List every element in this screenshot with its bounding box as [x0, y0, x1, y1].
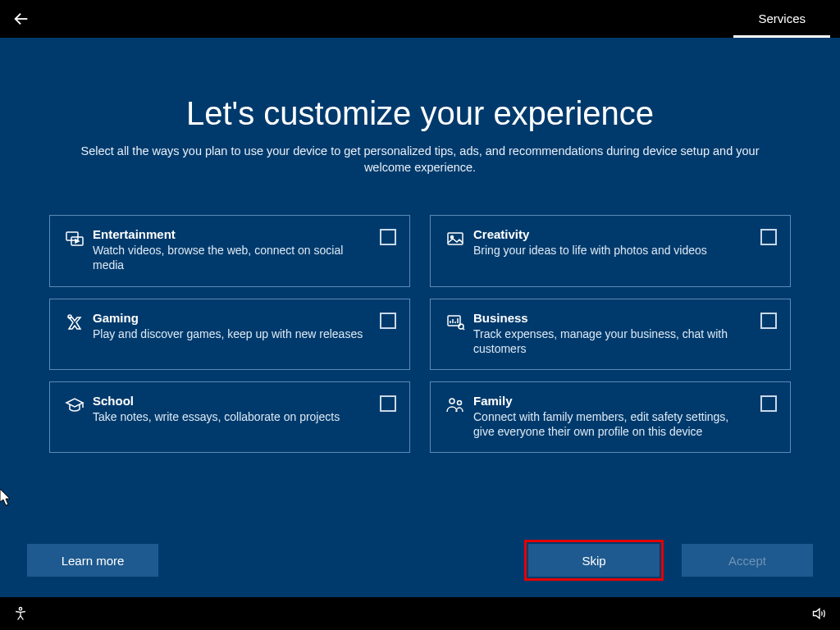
checkbox-gaming[interactable]: [380, 313, 396, 329]
card-heading: Creativity: [473, 227, 752, 241]
family-icon: [444, 395, 467, 415]
card-family[interactable]: Family Connect with family members, edit…: [430, 381, 791, 453]
svg-point-15: [450, 399, 454, 404]
options-grid: Entertainment Watch videos, browse the w…: [49, 215, 791, 453]
page-subtitle: Select all the ways you plan to use your…: [59, 144, 781, 176]
card-heading: Gaming: [93, 311, 372, 325]
card-school[interactable]: School Take notes, write essays, collabo…: [49, 381, 410, 453]
card-gaming[interactable]: Gaming Play and discover games, keep up …: [49, 299, 410, 370]
learn-more-button[interactable]: Learn more: [27, 544, 158, 577]
svg-point-6: [68, 315, 71, 318]
accessibility-icon[interactable]: [11, 605, 30, 623]
checkbox-creativity[interactable]: [760, 229, 777, 245]
card-desc: Connect with family members, edit safety…: [473, 409, 752, 439]
skip-highlight-box: Skip: [524, 540, 664, 581]
card-desc: Take notes, write essays, collaborate on…: [93, 409, 372, 424]
svg-point-16: [458, 400, 462, 404]
card-heading: Family: [473, 394, 752, 408]
tab-services-label: Services: [758, 11, 806, 25]
card-body: School Take notes, write essays, collabo…: [86, 394, 380, 424]
footer-buttons: Learn more Skip Accept: [27, 540, 813, 581]
card-desc: Watch videos, browse the web, connect on…: [93, 243, 372, 272]
creativity-icon: [444, 229, 467, 249]
svg-marker-18: [814, 609, 820, 619]
card-body: Business Track expenses, manage your bus…: [467, 311, 760, 356]
checkbox-entertainment[interactable]: [380, 229, 396, 245]
business-icon: [444, 313, 467, 332]
svg-rect-4: [448, 233, 463, 244]
volume-icon[interactable]: [810, 605, 829, 623]
checkbox-school[interactable]: [380, 395, 396, 412]
card-heading: School: [93, 394, 372, 408]
main-content: Let's customize your experience Select a…: [0, 38, 840, 597]
checkbox-family[interactable]: [760, 395, 777, 412]
svg-point-17: [19, 608, 21, 610]
skip-button[interactable]: Skip: [528, 544, 660, 577]
svg-rect-1: [66, 232, 78, 240]
card-body: Creativity Bring your ideas to life with…: [467, 227, 760, 258]
card-body: Entertainment Watch videos, browse the w…: [86, 227, 380, 272]
right-button-group: Skip Accept: [524, 540, 813, 581]
accept-button[interactable]: Accept: [682, 544, 813, 577]
gaming-icon: [63, 313, 86, 332]
card-creativity[interactable]: Creativity Bring your ideas to life with…: [430, 215, 791, 286]
card-entertainment[interactable]: Entertainment Watch videos, browse the w…: [49, 215, 410, 286]
checkbox-business[interactable]: [760, 313, 777, 329]
card-business[interactable]: Business Track expenses, manage your bus…: [430, 299, 791, 370]
card-desc: Track expenses, manage your business, ch…: [473, 326, 752, 356]
entertainment-icon: [63, 229, 86, 249]
svg-point-12: [459, 324, 463, 329]
back-button[interactable]: [10, 7, 33, 30]
page-title: Let's customize your experience: [186, 95, 654, 132]
tab-services[interactable]: Services: [733, 0, 830, 38]
top-bar: Services: [0, 0, 840, 38]
svg-point-5: [451, 236, 454, 239]
card-heading: Entertainment: [93, 227, 372, 241]
school-icon: [63, 395, 86, 415]
card-desc: Play and discover games, keep up with ne…: [93, 326, 372, 341]
card-body: Gaming Play and discover games, keep up …: [86, 311, 380, 341]
card-heading: Business: [473, 311, 752, 325]
svg-line-13: [463, 328, 465, 330]
card-body: Family Connect with family members, edit…: [467, 394, 760, 439]
bottom-bar: [0, 597, 840, 630]
card-desc: Bring your ideas to life with photos and…: [473, 243, 752, 258]
